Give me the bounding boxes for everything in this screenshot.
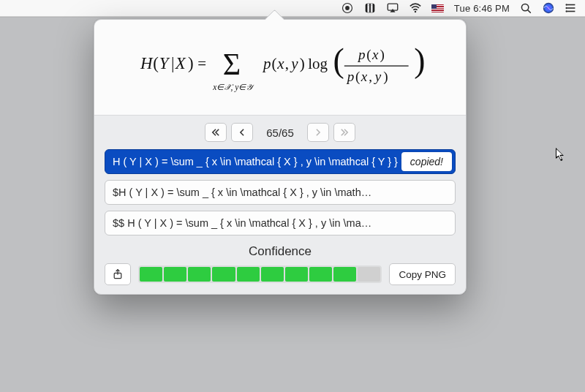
svg-text:=: = (197, 55, 206, 72)
macos-menubar: Tue 6:46 PM (0, 0, 585, 17)
svg-text:|: | (171, 54, 175, 72)
svg-text:): ) (188, 54, 194, 72)
app-icon[interactable] (363, 1, 377, 15)
svg-rect-2 (366, 4, 375, 13)
results-list: H ( Y | X ) = \sum _ { x \in \mathcal { … (94, 146, 466, 241)
menubar-clock[interactable]: Tue 6:46 PM (454, 3, 510, 14)
flag-icon[interactable] (431, 1, 445, 15)
svg-point-18 (566, 10, 567, 12)
svg-point-1 (345, 6, 350, 10)
confidence-segment (309, 267, 332, 282)
svg-text:H: H (140, 54, 154, 72)
result-row[interactable]: H ( Y | X ) = \sum _ { x \in \mathcal { … (105, 149, 456, 174)
svg-text:y: y (290, 55, 298, 72)
svg-point-9 (415, 11, 417, 13)
svg-text:,: , (285, 55, 289, 72)
record-icon[interactable] (341, 1, 354, 15)
svg-text:,: , (369, 69, 372, 84)
result-text: $$ H ( Y | X ) = \sum _ { x \in \mathcal… (113, 217, 448, 229)
svg-text:): ) (380, 47, 385, 63)
svg-text:(: ( (153, 54, 159, 72)
confidence-segment (333, 267, 356, 282)
page-first-button[interactable] (205, 123, 227, 142)
share-button[interactable] (105, 263, 131, 285)
confidence-segment (237, 267, 260, 282)
svg-text:x∈𝒳, y∈𝒴: x∈𝒳, y∈𝒴 (212, 83, 254, 92)
confidence-segment (212, 267, 235, 282)
formula-preview: H ( Y | X ) = Σ x∈𝒳, y∈𝒴 p ( x , y ) log… (94, 20, 466, 116)
svg-text:(: ( (333, 42, 344, 79)
result-row[interactable]: $H ( Y | X ) = \sum _ { x \in \mathcal {… (105, 180, 456, 205)
svg-rect-5 (367, 4, 369, 6)
svg-text:Σ: Σ (223, 48, 241, 81)
result-text: $H ( Y | X ) = \sum _ { x \in \mathcal {… (113, 186, 448, 198)
result-text: H ( Y | X ) = \sum _ { x \in \mathcal { … (113, 156, 448, 167)
svg-rect-6 (371, 4, 373, 6)
svg-text:Y: Y (159, 54, 170, 72)
svg-line-11 (528, 10, 531, 13)
svg-text:): ) (300, 55, 305, 72)
svg-text:(: ( (272, 55, 277, 72)
svg-point-17 (566, 7, 567, 9)
svg-text:p: p (357, 47, 366, 62)
page-prev-button[interactable] (231, 123, 253, 142)
confidence-segment (285, 267, 308, 282)
confidence-segment (164, 267, 186, 282)
page-next-button[interactable] (307, 123, 329, 142)
svg-text:p: p (262, 55, 271, 72)
svg-text:X: X (175, 54, 186, 72)
svg-text:): ) (414, 42, 425, 79)
copy-png-button[interactable]: Copy PNG (389, 263, 456, 285)
svg-text:(: ( (366, 47, 371, 63)
svg-text:p: p (346, 69, 355, 84)
mouse-cursor (556, 148, 566, 162)
copied-badge: copied! (401, 152, 452, 171)
airplay-icon[interactable] (386, 1, 399, 15)
wifi-icon[interactable] (409, 1, 422, 15)
confidence-bar (138, 265, 382, 283)
confidence-segment (358, 267, 380, 282)
svg-text:y: y (374, 69, 382, 84)
svg-rect-3 (367, 6, 369, 12)
svg-text:x: x (361, 69, 368, 84)
confidence-segment (140, 267, 162, 282)
svg-point-16 (566, 4, 567, 5)
siri-icon[interactable] (542, 1, 555, 15)
svg-text:(: ( (355, 69, 360, 85)
confidence-section: Confidence Copy PNG (94, 241, 466, 294)
page-counter: 65/65 (257, 127, 303, 139)
svg-rect-4 (371, 6, 373, 12)
pager: 65/65 (94, 116, 466, 146)
confidence-segment (261, 267, 284, 282)
page-last-button[interactable] (333, 123, 355, 142)
svg-text:): ) (383, 69, 388, 85)
svg-text:log: log (308, 55, 328, 72)
spotlight-icon[interactable] (519, 1, 532, 15)
result-row[interactable]: $$ H ( Y | X ) = \sum _ { x \in \mathcal… (105, 211, 456, 235)
confidence-title: Confidence (105, 244, 456, 259)
snip-panel: H ( Y | X ) = Σ x∈𝒳, y∈𝒴 p ( x , y ) log… (94, 19, 467, 295)
confidence-segment (188, 267, 211, 282)
svg-text:x: x (276, 55, 284, 72)
notification-center-icon[interactable] (565, 1, 578, 15)
svg-text:x: x (371, 47, 379, 62)
